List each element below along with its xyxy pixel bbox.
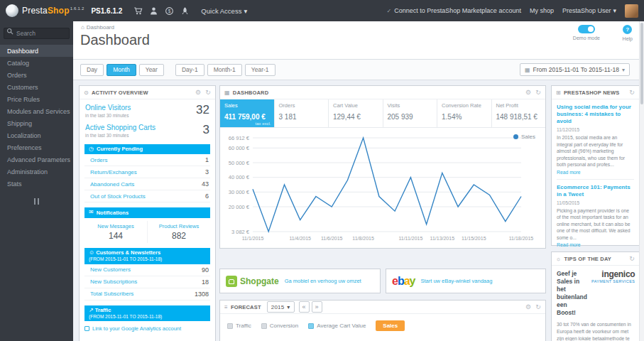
refresh-icon[interactable]: ↻ [629, 255, 635, 262]
sidebar-item-modules[interactable]: Modules and Services [0, 105, 73, 117]
check-icon: ✓ [387, 8, 392, 14]
product-reviews-stat[interactable]: Product Reviews 882 [148, 221, 210, 243]
forecast-year-select[interactable]: 2015 ▾ [267, 301, 295, 313]
user-menu[interactable]: PrestaShop User ▾ [562, 7, 616, 14]
pending-row-returns[interactable]: Return/Exchanges 3 [84, 166, 210, 178]
sidebar-item-advanced-parameters[interactable]: Advanced Parameters [0, 153, 73, 166]
news-icon: ⊞ [556, 90, 561, 96]
active-carts-link[interactable]: Active Shopping Carts [85, 124, 155, 131]
kpi-cart-value[interactable]: Cart Value 129,44 € [329, 99, 383, 127]
tips-of-the-day-panel: ☼ TIPS OF THE DAY ↻ Geef je Sales in het… [551, 251, 640, 341]
main-content: ⌂ Dashboard Dashboard Demo mode ? Help D… [73, 21, 644, 341]
range-button-month-1[interactable]: Month-1 [207, 64, 242, 76]
quick-access-menu[interactable]: Quick Access ▾ [201, 7, 247, 15]
news-article-title[interactable]: Using social media for your business: 4 … [557, 104, 634, 125]
read-more-link[interactable]: Read more [557, 170, 634, 175]
pending-row-abandoned-carts[interactable]: Abandoned Carts 43 [84, 178, 210, 190]
kpi-value: 1.54% [442, 113, 487, 121]
customers-row-new-subscriptions[interactable]: New Subscriptions 18 [84, 276, 210, 288]
shop-name-link[interactable]: PS1.6.1.2 [91, 7, 122, 15]
kpi-conversion-rate[interactable]: Conversion Rate 1.54% [437, 99, 492, 127]
prev-year-button[interactable]: « [299, 301, 310, 313]
rocket-icon[interactable] [180, 6, 190, 16]
row-value: 90 [202, 266, 209, 274]
svg-text:3 082 €: 3 082 € [231, 229, 250, 235]
avatar[interactable] [625, 4, 638, 18]
refresh-icon[interactable]: ↻ [535, 303, 541, 310]
date-range-picker[interactable]: ▦ From 2015-11-01 To 2015-11-18 ▾ [520, 63, 630, 76]
google-analytics-link[interactable]: Link to your Google Analytics account [84, 325, 210, 332]
kpi-value: 129,44 € [333, 113, 378, 121]
kpi-visits[interactable]: Visits 205 939 [383, 99, 438, 127]
sidebar-item-customers[interactable]: Customers [0, 81, 73, 93]
ebay-promo-link[interactable]: Start uw eBay-winkel vandaag [421, 278, 493, 285]
range-button-year-1[interactable]: Year-1 [245, 64, 275, 76]
sales-chart-area: Sales 66 912 €60 000 €50 000 €40 000 €30… [220, 128, 545, 246]
svg-text:30 000 €: 30 000 € [229, 189, 250, 195]
kpi-orders[interactable]: Orders 3 181 [275, 99, 329, 127]
forecast-nav: « » [299, 301, 322, 313]
sidebar-item-dashboard[interactable]: Dashboard [0, 45, 73, 57]
help-button[interactable]: ? [623, 25, 632, 34]
svg-text:11/15/2015: 11/15/2015 [462, 236, 486, 241]
marketplace-connect-link[interactable]: ✓ Connect to PrestaShop Marketplace acco… [387, 7, 521, 14]
shopgate-promo-link[interactable]: Ga mobiel en verhoog uw omzet [285, 278, 361, 285]
range-button-day[interactable]: Day [80, 64, 104, 76]
refresh-icon[interactable]: ↻ [535, 89, 541, 96]
forecast-legend-average-cart-value[interactable]: Average Cart Value [308, 323, 366, 329]
refresh-icon[interactable]: ↻ [629, 89, 635, 96]
customers-row-total-subscribers[interactable]: Total Subscribers 1308 [84, 288, 210, 301]
svg-text:11/18/2015: 11/18/2015 [509, 236, 534, 241]
prestashop-logo[interactable]: PrestaShop1.6.1.2 [6, 4, 84, 17]
svg-text:11/8/2015: 11/8/2015 [352, 236, 374, 241]
sidebar-item-preferences[interactable]: Preferences [0, 141, 73, 153]
pending-row-orders[interactable]: Orders 1 [84, 154, 210, 166]
refresh-icon[interactable]: ↻ [205, 89, 211, 96]
cart-icon[interactable] [133, 6, 143, 16]
demo-mode-toggle[interactable] [578, 25, 595, 33]
gear-icon[interactable]: ⚙ [525, 89, 531, 96]
scrollbar-thumb[interactable] [640, 23, 643, 104]
new-messages-stat[interactable]: New Messages 144 [84, 221, 148, 243]
range-button-month[interactable]: Month [107, 64, 136, 76]
sidebar-item-stats[interactable]: Stats [0, 178, 73, 190]
sidebar-collapse-icon[interactable] [32, 198, 42, 205]
traffic-subtitle: (FROM 2015-11-01 TO 2015-11-18) [89, 314, 206, 320]
vertical-scrollbar[interactable] [639, 21, 644, 341]
activity-panel-title: ACTIVITY OVERVIEW [92, 90, 148, 96]
range-button-year[interactable]: Year [139, 64, 164, 76]
stat-label: New Messages [84, 223, 147, 229]
sidebar-item-localization[interactable]: Localization [0, 129, 73, 141]
read-more-link[interactable]: Read more [557, 242, 634, 247]
forecast-legend-sales[interactable]: Sales [376, 320, 405, 331]
sidebar-item-administration[interactable]: Administration [0, 166, 73, 178]
topbar-right: ✓ Connect to PrestaShop Marketplace acco… [387, 4, 638, 18]
customers-row-new-customers[interactable]: New Customers 90 [84, 264, 210, 276]
sidebar-item-orders[interactable]: Orders [0, 69, 73, 81]
customer-icon[interactable] [149, 6, 158, 16]
ebay-promo[interactable]: ebay Start uw eBay-winkel vandaag [386, 269, 546, 293]
news-article-title[interactable]: Ecommerce 101: Payments in a Tweet [557, 184, 634, 198]
range-button-day-1[interactable]: Day-1 [175, 64, 204, 76]
my-shop-link[interactable]: My shop [530, 7, 554, 14]
sidebar-item-price-rules[interactable]: Price Rules [0, 93, 73, 105]
sidebar-item-catalog[interactable]: Catalog [0, 57, 73, 69]
kpi-sales[interactable]: Sales 411 759,00 € tax excl. [220, 99, 275, 127]
quick-access-label: Quick Access [201, 7, 241, 15]
kpi-net-profit[interactable]: Net Profit 148 918,51 € [492, 99, 546, 127]
breadcrumb[interactable]: ⌂ Dashboard [81, 24, 114, 31]
shopgate-promo[interactable]: Shopgate Ga mobiel en verhoog uw omzet [219, 269, 381, 293]
sidebar-item-shipping[interactable]: Shipping [0, 117, 73, 129]
forecast-legend-traffic[interactable]: Traffic [227, 323, 251, 329]
row-label: Total Subscribers [90, 291, 133, 297]
online-visitors-link[interactable]: Online Visitors [85, 104, 131, 112]
next-year-button[interactable]: » [312, 301, 322, 313]
gear-icon[interactable]: ⚙ [525, 303, 531, 310]
date-range-toolbar: Day Month Year Day-1 Month-1 Year-1 ▦ Fr… [73, 59, 644, 80]
active-carts-value: 3 [203, 124, 209, 136]
help-control: ? Help [623, 25, 633, 41]
gear-icon[interactable]: ⚙ [195, 89, 201, 96]
payment-icon[interactable]: $ [165, 6, 174, 16]
forecast-legend-conversion[interactable]: Conversion [261, 323, 298, 329]
pending-row-out-of-stock[interactable]: Out of Stock Products 6 [84, 190, 210, 202]
